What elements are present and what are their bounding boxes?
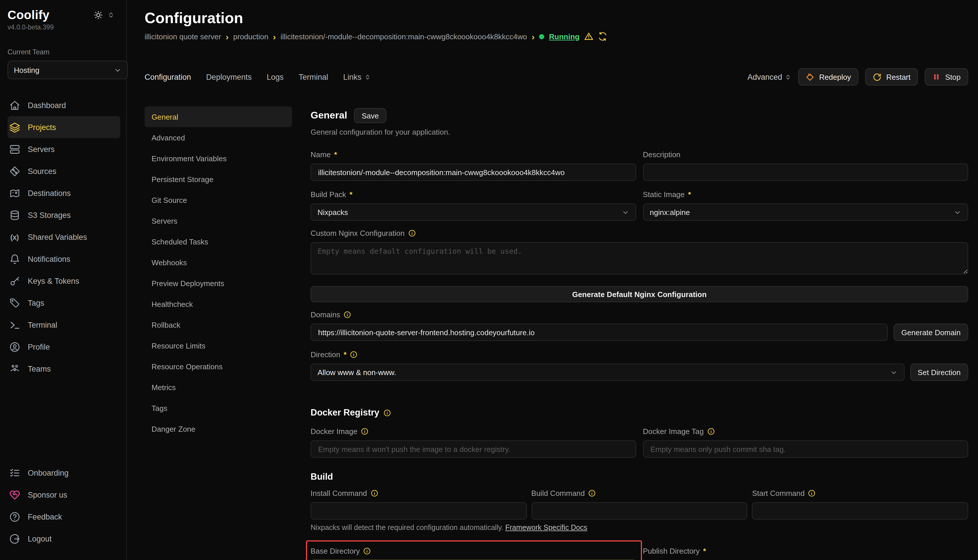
subnav-item-general[interactable]: General: [145, 106, 292, 127]
advanced-label: Advanced: [747, 73, 782, 81]
sidebar-item-onboarding[interactable]: Onboarding: [8, 462, 120, 484]
subnav-item-preview-deployments[interactable]: Preview Deployments: [145, 273, 292, 293]
generate-domain-button[interactable]: Generate Domain: [894, 323, 968, 341]
subnav-item-persistent-storage[interactable]: Persistent Storage: [145, 169, 292, 190]
docker-image-tag-input[interactable]: [643, 440, 968, 458]
subnav-item-environment-variables[interactable]: Environment Variables: [145, 148, 292, 169]
build-command-input[interactable]: [531, 502, 747, 520]
home-icon: [9, 100, 20, 111]
breadcrumb-project[interactable]: illicitonion quote server: [145, 32, 221, 41]
info-icon[interactable]: [363, 547, 371, 555]
sidebar-item-profile[interactable]: Profile: [8, 336, 120, 358]
required-marker: *: [334, 150, 337, 158]
breadcrumb-environment[interactable]: production: [233, 32, 268, 41]
sidebar-item-projects[interactable]: Projects: [8, 116, 120, 138]
sidebar-item-s3-storages[interactable]: S3 Storages: [8, 204, 120, 226]
sidebar-item-sponsor-us[interactable]: Sponsor us: [8, 484, 120, 506]
subnav-item-metrics[interactable]: Metrics: [145, 377, 292, 398]
sidebar-item-label: Feedback: [28, 512, 62, 521]
sidebar-item-dashboard[interactable]: Dashboard: [8, 94, 120, 116]
breadcrumb-separator: ›: [226, 32, 229, 41]
tab-bar: Configuration Deployments Logs Terminal …: [145, 68, 968, 85]
sidebar-item-label: Notifications: [28, 255, 70, 263]
main-area: Configuration illicitonion quote server …: [127, 0, 978, 560]
tab-terminal[interactable]: Terminal: [299, 73, 328, 81]
brand-row: Coolify: [8, 8, 120, 22]
name-input[interactable]: [311, 163, 636, 181]
chevron-down-icon: [890, 368, 897, 376]
generate-nginx-button[interactable]: Generate Default Nginx Configuration: [311, 286, 968, 302]
team-select[interactable]: Hosting: [8, 61, 128, 79]
page-title: Configuration: [145, 9, 968, 27]
custom-nginx-textarea[interactable]: [311, 242, 968, 275]
variable-icon: (x): [9, 233, 20, 241]
subnav-item-rollback[interactable]: Rollback: [145, 314, 292, 335]
info-icon[interactable]: [383, 409, 391, 417]
sidebar-item-shared-variables[interactable]: (x) Shared Variables: [8, 226, 120, 248]
theme-sun-icon[interactable]: [94, 10, 103, 20]
sidebar: Coolify v4.0.0-beta.399 Current Team Hos…: [0, 0, 127, 560]
chevrons-up-down-icon[interactable]: [107, 12, 115, 18]
sidebar-item-teams[interactable]: Teams: [8, 358, 120, 380]
direction-field-group: Direction* Allow www & non-www. Set Dire…: [311, 349, 968, 381]
tab-configuration[interactable]: Configuration: [145, 73, 191, 81]
info-icon[interactable]: [350, 350, 358, 358]
sidebar-item-notifications[interactable]: Notifications: [8, 248, 120, 270]
sidebar-item-keys-tokens[interactable]: Keys & Tokens: [8, 270, 120, 292]
sidebar-item-feedback[interactable]: Feedback: [8, 506, 120, 528]
warning-icon[interactable]: [584, 32, 593, 41]
annotation-highlight-box: Base Directory: [306, 540, 642, 560]
chevron-down-icon: [954, 208, 961, 216]
brand-icons: [94, 10, 115, 20]
sidebar-item-sources[interactable]: Sources: [8, 160, 120, 182]
tab-logs[interactable]: Logs: [267, 73, 284, 81]
domains-input[interactable]: [311, 323, 888, 341]
map-icon: [9, 188, 20, 198]
save-button[interactable]: Save: [354, 108, 386, 123]
sidebar-item-destinations[interactable]: Destinations: [8, 182, 120, 204]
subnav-item-resource-limits[interactable]: Resource Limits: [145, 335, 292, 356]
info-icon[interactable]: [707, 427, 715, 435]
docker-image-input[interactable]: [311, 440, 636, 458]
info-icon[interactable]: [370, 489, 378, 497]
subnav-item-webhooks[interactable]: Webhooks: [145, 252, 292, 273]
static-image-value: nginx:alpine: [650, 208, 690, 217]
info-icon[interactable]: [408, 229, 416, 237]
restart-button[interactable]: Restart: [866, 68, 918, 85]
subnav-item-healthcheck[interactable]: Healthcheck: [145, 293, 292, 314]
sidebar-item-logout[interactable]: Logout: [8, 528, 120, 550]
tab-links[interactable]: Links: [343, 73, 371, 81]
tab-deployments[interactable]: Deployments: [206, 73, 252, 81]
subnav-item-scheduled-tasks[interactable]: Scheduled Tasks: [145, 231, 292, 252]
subnav-item-advanced[interactable]: Advanced: [145, 127, 292, 148]
static-image-select[interactable]: nginx:alpine: [643, 203, 968, 221]
redeploy-button[interactable]: Redeploy: [798, 68, 859, 85]
advanced-dropdown[interactable]: Advanced: [747, 73, 791, 81]
info-icon[interactable]: [808, 489, 816, 497]
sidebar-item-servers[interactable]: Servers: [8, 138, 120, 160]
name-label: Name: [311, 150, 331, 158]
subnav-item-danger-zone[interactable]: Danger Zone: [145, 418, 292, 439]
set-direction-button[interactable]: Set Direction: [910, 363, 968, 381]
info-icon[interactable]: [361, 427, 368, 435]
framework-docs-link[interactable]: Framework Specific Docs: [505, 523, 587, 532]
refresh-icon[interactable]: [598, 32, 607, 41]
info-icon[interactable]: [588, 489, 596, 497]
breadcrumb-application[interactable]: illicitestonion/-module--decomposition:m…: [281, 32, 527, 41]
subnav-item-resource-operations[interactable]: Resource Operations: [145, 356, 292, 377]
description-input[interactable]: [643, 163, 968, 181]
tab-actions: Advanced Redeploy Restart Stop: [747, 68, 968, 85]
direction-select[interactable]: Allow www & non-www.: [311, 363, 904, 381]
subnav-item-git-source[interactable]: Git Source: [145, 190, 292, 210]
sidebar-item-tags[interactable]: Tags: [8, 292, 120, 314]
status-badge[interactable]: Running: [549, 32, 580, 41]
stop-button[interactable]: Stop: [925, 68, 968, 85]
sidebar-item-terminal[interactable]: Terminal: [8, 314, 120, 336]
build-pack-select[interactable]: Nixpacks: [311, 203, 636, 221]
subnav-item-servers[interactable]: Servers: [145, 210, 292, 231]
install-command-input[interactable]: [311, 502, 527, 520]
start-command-input[interactable]: [752, 502, 968, 520]
subnav-item-tags[interactable]: Tags: [145, 398, 292, 418]
info-icon[interactable]: [344, 311, 351, 318]
breadcrumb-separator: ›: [532, 32, 535, 41]
